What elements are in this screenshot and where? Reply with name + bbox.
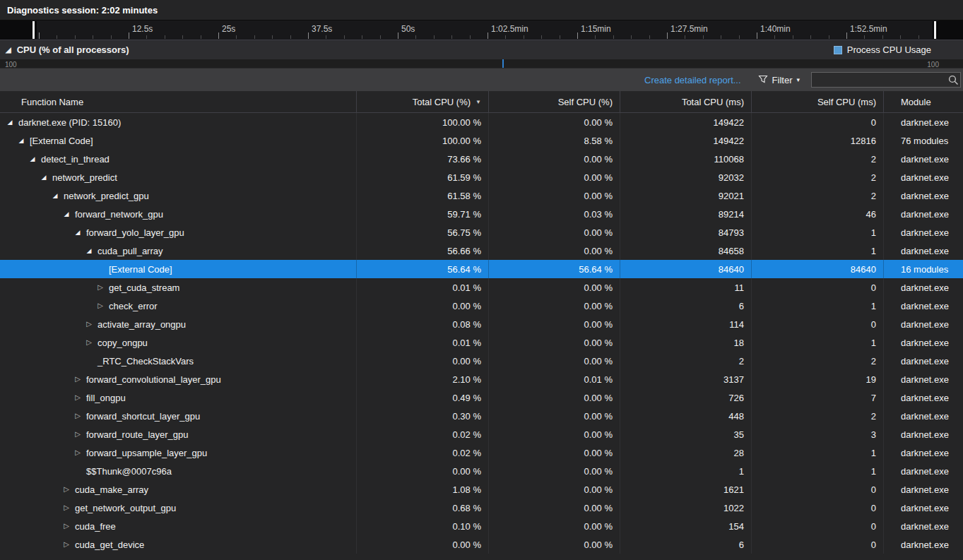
column-header-label: Module	[901, 97, 931, 107]
self-cpu-ms-cell: 0	[752, 315, 884, 333]
ruler-tick	[146, 35, 147, 39]
ruler-tick	[470, 35, 471, 39]
module-cell: darknet.exe	[884, 315, 963, 333]
tree-collapse-icon[interactable]: ◢	[6, 113, 14, 131]
function-name: network_predict_gpu	[64, 191, 149, 201]
filter-dropdown[interactable]: Filter ▾	[758, 74, 800, 86]
ruler-tick-label: 1:02.5min	[491, 24, 528, 34]
table-row[interactable]: _RTC_CheckStackVars0.00 %0.00 %22darknet…	[0, 352, 963, 370]
table-row[interactable]: ◢[External Code]100.00 %8.58 %1494221281…	[0, 131, 963, 150]
function-name-cell: ◢[External Code]	[0, 131, 357, 150]
total-cpu-pct-cell: 61.58 %	[357, 186, 489, 205]
table-row[interactable]: ▷cuda_get_device0.00 %0.00 %60darknet.ex…	[0, 535, 963, 554]
module-cell: darknet.exe	[884, 370, 963, 388]
table-row[interactable]: ◢darknet.exe (PID: 15160)100.00 %0.00 %1…	[0, 113, 963, 131]
total-cpu-ms-cell: 448	[620, 407, 752, 425]
total-cpu-ms-cell: 6	[620, 535, 752, 554]
table-row[interactable]: ▷cuda_make_array1.08 %0.00 %16210darknet…	[0, 480, 963, 499]
function-name: detect_in_thread	[41, 154, 110, 165]
section-collapse-icon[interactable]: ◢	[6, 46, 11, 54]
table-row[interactable]: ▷fill_ongpu0.49 %0.00 %7267darknet.exe	[0, 388, 963, 407]
table-row[interactable]: $$Thunk@0007c96a0.00 %0.00 %11darknet.ex…	[0, 462, 963, 480]
tree-expand-icon[interactable]: ▷	[73, 443, 82, 462]
self-cpu-pct-cell: 0.00 %	[489, 388, 620, 407]
search-icon[interactable]	[947, 74, 959, 88]
table-row[interactable]: ▷forward_upsample_layer_gpu0.02 %0.00 %2…	[0, 443, 963, 462]
tree-expand-icon[interactable]: ▷	[62, 535, 71, 554]
module-cell: darknet.exe	[884, 480, 963, 499]
function-name: [External Code]	[109, 264, 172, 275]
table-row[interactable]: ◢detect_in_thread73.66 %0.00 %1100682dar…	[0, 150, 963, 168]
tree-collapse-icon[interactable]: ◢	[85, 242, 93, 260]
create-detailed-report-link[interactable]: Create detailed report...	[644, 75, 741, 85]
selection-handle-right[interactable]	[933, 21, 938, 39]
ruler-left-cap	[0, 20, 31, 40]
tree-collapse-icon[interactable]: ◢	[62, 205, 71, 223]
function-name-cell: ▷get_cuda_stream	[0, 278, 357, 297]
table-row[interactable]: ◢forward_yolo_layer_gpu56.75 %0.00 %8479…	[0, 223, 963, 242]
table-row[interactable]: ◢network_predict61.59 %0.00 %920322darkn…	[0, 168, 963, 186]
function-name-cell: ◢network_predict_gpu	[0, 186, 357, 205]
table-row[interactable]: ▷copy_ongpu0.01 %0.00 %181darknet.exe	[0, 333, 963, 352]
function-name: _RTC_CheckStackVars	[98, 356, 194, 367]
self-cpu-pct-cell: 0.00 %	[489, 168, 620, 186]
column-header-function-name[interactable]: Function Name	[0, 91, 357, 112]
tree-expand-icon[interactable]: ▷	[73, 370, 82, 388]
function-name-cell: ▷get_network_output_gpu	[0, 499, 357, 517]
self-cpu-pct-cell: 0.00 %	[489, 407, 620, 425]
ruler-tick	[39, 32, 40, 39]
tree-expand-icon[interactable]: ▷	[73, 388, 82, 407]
ruler-tick	[703, 35, 704, 39]
module-cell: darknet.exe	[884, 517, 963, 535]
table-row[interactable]: ▷cuda_free0.10 %0.00 %1540darknet.exe	[0, 517, 963, 535]
search-box[interactable]	[811, 72, 961, 88]
self-cpu-ms-cell: 2	[752, 407, 884, 425]
table-row[interactable]: ▷activate_array_ongpu0.08 %0.00 %1140dar…	[0, 315, 963, 333]
tree-expand-icon[interactable]: ▷	[85, 315, 93, 333]
cpu-section-title: CPU (% of all processors)	[17, 44, 129, 55]
function-name: cuda_pull_array	[98, 246, 163, 256]
table-row[interactable]: [External Code]56.64 %56.64 %84640846401…	[0, 260, 963, 278]
table-row[interactable]: ◢network_predict_gpu61.58 %0.00 %920212d…	[0, 186, 963, 205]
tree-collapse-icon[interactable]: ◢	[28, 150, 37, 168]
tree-expand-icon[interactable]: ▷	[73, 407, 82, 425]
search-input[interactable]	[812, 75, 960, 85]
module-cell: darknet.exe	[884, 333, 963, 352]
timeline-ruler-track: 12.5s25s37.5s50s1:02.5min1:15min1:27.5mi…	[0, 20, 963, 40]
cpu-usage-chart[interactable]: 100 100	[0, 59, 963, 68]
cpu-axis-max-right: 100	[927, 61, 939, 68]
total-cpu-ms-cell: 1	[620, 462, 752, 480]
table-row[interactable]: ▷forward_route_layer_gpu0.02 %0.00 %353d…	[0, 425, 963, 443]
timeline-ruler[interactable]: 12.5s25s37.5s50s1:02.5min1:15min1:27.5mi…	[0, 20, 963, 40]
column-header-self-cpu-pct[interactable]: Self CPU (%)	[489, 91, 620, 112]
selection-handle-left[interactable]	[31, 21, 37, 39]
table-row[interactable]: ▷check_error0.00 %0.00 %61darknet.exe	[0, 297, 963, 315]
column-header-self-cpu-ms[interactable]: Self CPU (ms)	[752, 91, 884, 112]
tree-expand-icon[interactable]: ▷	[62, 499, 71, 517]
total-cpu-ms-cell: 1621	[620, 480, 752, 499]
tree-expand-icon[interactable]: ▷	[96, 278, 105, 297]
function-name: forward_upsample_layer_gpu	[86, 448, 207, 458]
tree-collapse-icon[interactable]: ◢	[17, 131, 25, 150]
ruler-tick	[721, 35, 721, 39]
table-row[interactable]: ▷get_network_output_gpu0.68 %0.00 %10220…	[0, 499, 963, 517]
table-row[interactable]: ◢forward_network_gpu59.71 %0.03 %8921446…	[0, 205, 963, 223]
column-header-total-cpu-pct[interactable]: Total CPU (%) ▼	[357, 91, 489, 112]
tree-collapse-icon[interactable]: ◢	[51, 186, 59, 205]
table-row[interactable]: ◢cuda_pull_array56.66 %0.00 %846581darkn…	[0, 242, 963, 260]
column-header-module[interactable]: Module	[884, 91, 963, 112]
table-row[interactable]: ▷forward_convolutional_layer_gpu2.10 %0.…	[0, 370, 963, 388]
tree-collapse-icon[interactable]: ◢	[73, 223, 82, 242]
table-row[interactable]: ▷get_cuda_stream0.01 %0.00 %110darknet.e…	[0, 278, 963, 297]
details-toolbar: Create detailed report... Filter ▾	[0, 68, 963, 91]
cpu-section-header[interactable]: ◢ CPU (% of all processors) Process CPU …	[0, 40, 963, 59]
table-row[interactable]: ▷forward_shortcut_layer_gpu0.30 %0.00 %4…	[0, 407, 963, 425]
tree-expand-icon[interactable]: ▷	[73, 425, 82, 443]
tree-expand-icon[interactable]: ▷	[62, 480, 71, 499]
tree-collapse-icon[interactable]: ◢	[40, 168, 48, 186]
tree-expand-icon[interactable]: ▷	[96, 297, 105, 315]
column-header-total-cpu-ms[interactable]: Total CPU (ms)	[620, 91, 752, 112]
tree-expand-icon[interactable]: ▷	[85, 333, 93, 352]
function-name-cell: ▷forward_route_layer_gpu	[0, 425, 357, 443]
tree-expand-icon[interactable]: ▷	[62, 517, 71, 535]
